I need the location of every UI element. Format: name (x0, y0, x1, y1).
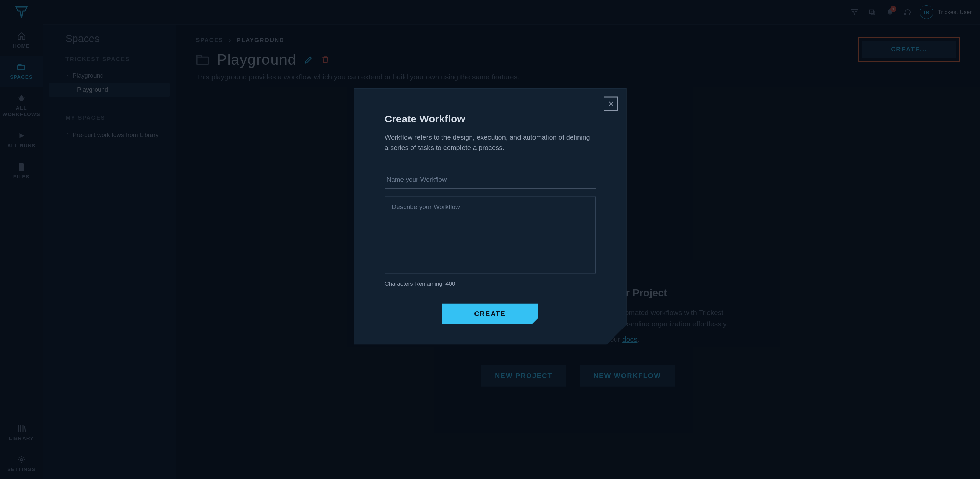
char-remaining-value: 400 (445, 280, 455, 287)
modal-title: Create Workflow (385, 113, 596, 124)
modal-description: Workflow refers to the design, execution… (385, 132, 596, 152)
char-remaining: Characters Remaining: 400 (385, 280, 596, 287)
workflow-name-input[interactable] (385, 172, 596, 188)
workflow-description-input[interactable] (385, 197, 596, 273)
close-icon[interactable]: ✕ (604, 97, 618, 111)
char-remaining-label: Characters Remaining: (385, 280, 446, 287)
modal-create-button[interactable]: CREATE (442, 303, 538, 324)
create-workflow-modal: ✕ Create Workflow Workflow refers to the… (354, 88, 627, 344)
